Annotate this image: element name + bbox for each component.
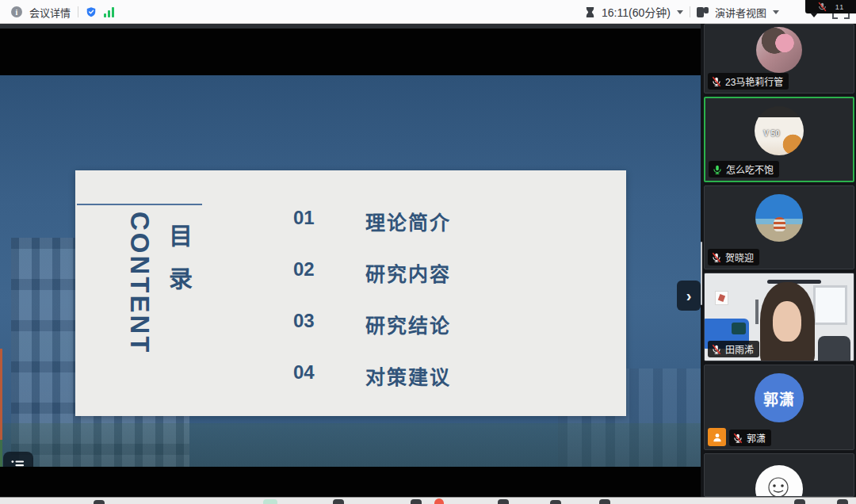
list-icon [10,459,26,468]
participant-name-tag: 贺晓迎 [708,249,759,265]
avatar [755,194,803,242]
toc-item-label: 研究内容 [365,258,451,287]
toc-item-label: 理论简介 [365,207,451,235]
corner-overlay-panel: 11 [805,0,856,13]
taskbar-strip [0,497,856,504]
toc-item-number: 02 [293,258,315,281]
view-mode-dropdown-caret[interactable] [773,10,779,14]
active-mic-icon [712,164,723,175]
view-mode-button[interactable]: 演讲者视图 [715,5,766,20]
toc-item: 04 对策建议 [75,361,626,387]
screen-sharing-badge [708,428,726,446]
smiley-face-icon [755,465,803,497]
muted-mic-icon [711,252,722,263]
avatar: V 50 [755,106,804,155]
screen-edge-artifact [0,349,2,440]
avatar [756,27,802,73]
participant-tile[interactable]: 郭潇 郭潇 [704,365,854,450]
toc-item-number: 01 [293,207,315,229]
speaker-view-icon [697,7,709,17]
toc-item: 03 研究结论 [75,310,626,335]
participant-name: 怎么吃不饱 [726,162,774,176]
participant-name-tag: 郭潇 [729,430,771,446]
screen-edge-artifact [0,440,2,467]
participant-tile[interactable]: 贺晓迎 [704,185,854,269]
toc-item-number: 03 [293,310,315,332]
toc-item-label: 研究结论 [365,310,451,338]
presentation-slide: CONTENT 目 录 01 理论简介 02 研究内容 03 研究结论 04 对 [0,75,701,467]
participant-name: 郭潇 [747,431,766,445]
muted-mic-icon [732,433,743,444]
participant-tile[interactable]: 23马艳莉行管 [704,24,854,94]
avatar: 郭潇 [755,373,804,422]
participant-tile[interactable] [704,453,854,497]
toc-item: 02 研究内容 [75,258,626,284]
shared-screen-area: CONTENT 目 录 01 理论简介 02 研究内容 03 研究结论 04 对 [0,24,701,497]
avatar-initials: 郭潇 [763,388,795,409]
toc-content-word: CONTENT [124,212,155,378]
chevron-right-icon: › [686,287,692,305]
hourglass-timer-icon [585,6,595,18]
avatar [755,465,803,497]
muted-mic-icon [711,344,722,355]
participant-name-tag: 田雨浠 [708,341,759,357]
toolbar-divider [78,6,78,17]
top-toolbar: i 会议详情 16:11(60分钟) 演讲者视图 [0,0,856,24]
toc-item-label: 对策建议 [365,361,451,390]
avatar-caption: V 50 [763,129,780,138]
muted-mic-icon [711,76,722,87]
meeting-window: i 会议详情 16:11(60分钟) 演讲者视图 [0,0,856,504]
muted-mic-overlay-icon [817,2,827,12]
background-ground [0,423,701,467]
participant-name-tag: 怎么吃不饱 [709,161,779,178]
corner-overlay-caret [810,13,818,17]
meeting-details-button[interactable]: 会议详情 [29,5,71,20]
toc-decorative-rule [77,204,202,205]
next-slide-button[interactable]: › [677,281,701,311]
toolbar-divider [690,6,690,17]
toc-card: CONTENT 目 录 01 理论简介 02 研究内容 03 研究结论 04 对 [75,170,626,416]
overlay-partial-text: 11 [835,3,844,11]
timer-dropdown-caret[interactable] [677,10,683,14]
participants-sidebar: 23马艳莉行管 V 50 怎么吃不饱 [701,24,856,497]
participant-name: 贺晓迎 [725,250,754,264]
participant-name: 田雨浠 [725,342,754,356]
sidebar-scrollbar[interactable] [701,242,702,305]
letterbox-top [0,29,701,75]
network-signal-icon[interactable] [104,7,114,17]
meeting-timer: 16:11(60分钟) [602,4,671,20]
participant-tile[interactable]: 田雨浠 [704,273,854,361]
participant-name-tag: 23马艳莉行管 [708,73,789,90]
participant-name: 23马艳莉行管 [725,74,783,88]
toc-item: 01 理论简介 [75,207,626,232]
toc-item-number: 04 [293,361,315,384]
security-shield-icon[interactable] [86,6,97,17]
person-icon [712,432,723,443]
letterbox-bottom [0,467,701,497]
info-icon: i [11,6,22,17]
participant-tile[interactable]: V 50 怎么吃不饱 [704,97,854,182]
slide-list-toggle-button[interactable] [3,452,33,467]
